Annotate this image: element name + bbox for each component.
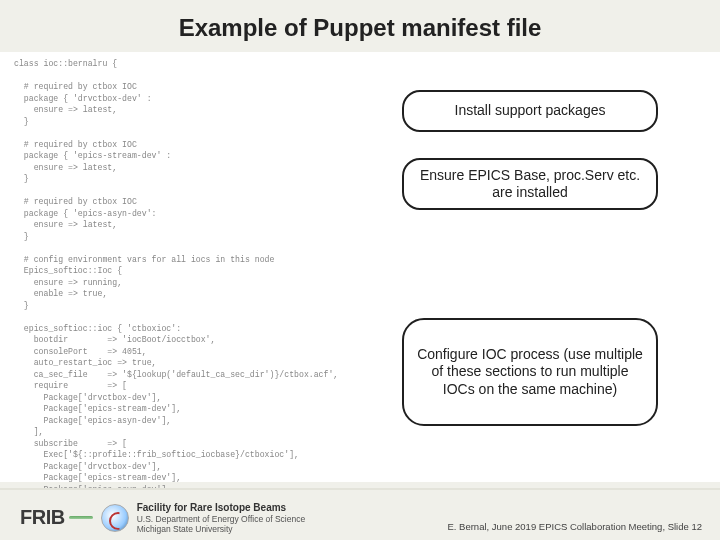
callout-install-text: Install support packages: [455, 102, 606, 120]
logo-area: FRIB Facility for Rare Isotope Beams U.S…: [20, 502, 305, 534]
content-area: class ioc::bernalru { # required by ctbo…: [0, 52, 720, 482]
callout-ensure-text: Ensure EPICS Base, proc.Serv etc. are in…: [414, 167, 646, 202]
slide-meta: E. Bernal, June 2019 EPICS Collaboration…: [447, 521, 702, 532]
callout-configure: Configure IOC process (use multiple of t…: [402, 318, 658, 426]
frib-logo-text: FRIB: [20, 506, 65, 529]
footer: FRIB Facility for Rare Isotope Beams U.S…: [0, 488, 720, 540]
manifest-code: class ioc::bernalru { # required by ctbo…: [14, 58, 338, 530]
facility-line2: U.S. Department of Energy Office of Scie…: [137, 514, 306, 524]
callout-ensure: Ensure EPICS Base, proc.Serv etc. are in…: [402, 158, 658, 210]
callout-install: Install support packages: [402, 90, 658, 132]
frib-logo-accent: [69, 516, 93, 519]
frib-logo: FRIB: [20, 506, 93, 529]
slide-title: Example of Puppet manifest file: [0, 0, 720, 52]
doe-seal-icon: [101, 504, 129, 532]
facility-text: Facility for Rare Isotope Beams U.S. Dep…: [137, 502, 306, 534]
callout-configure-text: Configure IOC process (use multiple of t…: [414, 346, 646, 399]
facility-line1: Facility for Rare Isotope Beams: [137, 502, 306, 514]
facility-line3: Michigan State University: [137, 524, 306, 534]
